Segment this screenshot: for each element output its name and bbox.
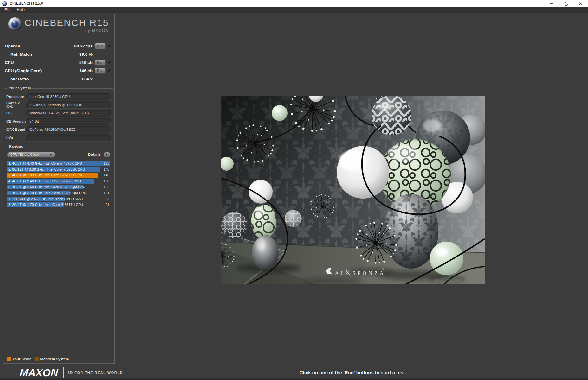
system-row: Info	[6, 134, 111, 142]
legend-item: Identical System	[35, 357, 69, 361]
footer-divider	[63, 367, 64, 379]
your-system-title: Your System	[7, 86, 32, 90]
run-button[interactable]: Run	[95, 68, 106, 74]
menu-item-help[interactable]: Help	[14, 8, 28, 12]
ranking-row-label: 4. 4C/8T @ 3.40 GHz, Intel Core i7-3770 …	[8, 179, 81, 184]
ranking-row-score: 122	[104, 185, 109, 189]
status-message: Click on one of the 'Run' buttons to sta…	[221, 370, 485, 375]
system-row: GFX BoardGeForce MX150/PCIe/SSE2	[6, 125, 111, 134]
legend-separator	[7, 354, 110, 354]
chevron-down-icon	[49, 154, 52, 155]
ranking-row-label: 3. 4C/8T @ 1.80 GHz, Intel Core i5-8250U…	[8, 173, 82, 178]
ranking-row-score: 165	[104, 161, 109, 166]
result-row: Ref. Match99.6 %Run✔	[5, 50, 113, 58]
footer-tagline: 3D FOR THE REAL WORLD	[68, 371, 123, 375]
ranking-title: Ranking	[7, 144, 25, 148]
minimize-icon	[550, 3, 553, 4]
ranking-row-score: 148	[104, 167, 109, 172]
ranking-row-score: 138	[104, 179, 109, 184]
render-scene: AIXSPONZA ©	[221, 96, 485, 284]
system-field-value[interactable]: 64 Bit	[26, 118, 111, 125]
result-label: OpenGL	[5, 44, 60, 48]
system-row: Cores x GHz4 Cores, 8 Threads @ 1.80 GHz	[6, 101, 111, 109]
system-fields: ProcessorIntel Core i5-8250U CPUCores x …	[6, 92, 111, 142]
panel-splitter-grip[interactable]	[115, 187, 118, 215]
legend-swatch	[35, 357, 39, 361]
ranking-list: 1. 4C/8T @ 4.40 GHz, Intel Core i7-4770K…	[7, 161, 110, 208]
ranking-group: Ranking CPU (Single Core) Details 1. 4C/…	[4, 147, 113, 364]
run-button[interactable]: Run	[95, 60, 106, 66]
svg-text:©: ©	[382, 268, 384, 271]
result-value: 516 cb	[60, 60, 93, 65]
details-label: Details	[88, 152, 101, 157]
ranking-row[interactable]: 2. 6C/12T @ 3.30 GHz, Intel Core i7-3930…	[7, 167, 110, 172]
menu-bar: FileHelp	[0, 7, 588, 13]
result-label: MP Ratio	[5, 77, 60, 81]
system-field-label: Processor	[6, 95, 26, 98]
ranking-row[interactable]: 3. 4C/8T @ 1.80 GHz, Intel Core i5-8250U…	[7, 173, 110, 178]
ranking-filter-value: CPU (Single Core)	[10, 153, 39, 156]
system-field-label: Info	[6, 136, 26, 140]
cinebench-ball-icon	[8, 17, 22, 31]
close-icon: ✕	[579, 1, 583, 6]
system-field-value[interactable]: Windows 8, 64 Bit, Core (build 9200)	[26, 110, 111, 117]
system-field-label: OS	[6, 111, 26, 115]
ranking-row[interactable]: 1. 4C/8T @ 4.40 GHz, Intel Core i7-4770K…	[7, 161, 110, 166]
results-list: OpenGL80.97 fpsRun✔Ref. Match99.6 %Run✔C…	[5, 42, 113, 83]
result-row: MP Ratio3.54 xRun✔	[5, 75, 113, 83]
system-field-value[interactable]: GeForce MX150/PCIe/SSE2	[26, 126, 111, 133]
close-button[interactable]: ✕	[573, 0, 588, 7]
details-button[interactable]	[104, 152, 110, 157]
ranking-row[interactable]: 7. 12C/24T @ 2.66 GHz, Intel Xeon CPU X5…	[7, 197, 110, 201]
window-controls: ✕	[544, 0, 588, 7]
bottom-strip	[0, 378, 588, 380]
result-label: CPU	[5, 60, 60, 65]
legend-label: Identical System	[40, 357, 69, 361]
result-label: CPU (Single Core)	[5, 68, 60, 73]
system-field-label: Cores x GHz	[6, 101, 26, 109]
restore-button[interactable]	[559, 0, 573, 7]
arrow-right-icon	[106, 153, 108, 156]
system-field-label: GFX Board	[6, 128, 26, 131]
result-value: 146 cb	[60, 68, 93, 73]
menu-item-file[interactable]: File	[1, 8, 14, 12]
your-system-group: Your System ProcessorIntel Core i5-8250U…	[4, 88, 113, 143]
maxon-logo: MAXON	[19, 367, 59, 379]
separator	[5, 39, 112, 39]
ranking-row-score: 91	[106, 202, 109, 207]
system-row: CB Version64 Bit	[6, 117, 111, 125]
logo-title: CINEBENCH R15	[24, 17, 109, 28]
title-bar: CINEBENCH R15.0 ✕	[0, 0, 588, 7]
ranking-row-label: 5. 4C/8T @ 2.60 GHz, Intel Core i7-3720Q…	[8, 185, 85, 189]
ranking-row-score: 101	[104, 191, 109, 195]
ranking-row-label: 2. 6C/12T @ 3.30 GHz, Intel Core i7-3930…	[8, 167, 85, 172]
ranking-row[interactable]: 4. 4C/8T @ 3.40 GHz, Intel Core i7-3770 …	[7, 179, 110, 184]
ranking-row-label: 7. 12C/24T @ 2.66 GHz, Intel Xeon CPU X5…	[8, 197, 83, 201]
ranking-row[interactable]: 8. 2C/4T @ 1.70 GHz, Intel Core i5-3317U…	[7, 202, 110, 207]
logo-subtitle: by MAXON	[24, 28, 109, 33]
result-value: 99.6 %	[60, 52, 93, 57]
legend-label: Your Score	[12, 357, 32, 361]
benchmark-panel: CINEBENCH R15 by MAXON OpenGL80.97 fpsRu…	[3, 14, 115, 364]
result-label: Ref. Match	[5, 52, 60, 57]
check-icon: ✔	[108, 60, 113, 65]
system-field-value[interactable]	[26, 134, 111, 141]
result-row: CPU516 cbRun✔	[5, 58, 113, 66]
legend-swatch	[7, 357, 11, 361]
window-title: CINEBENCH R15.0	[10, 1, 43, 6]
run-button[interactable]: Run	[95, 43, 106, 49]
ranking-row-label: 8. 2C/4T @ 1.70 GHz, Intel Core i5-3317U…	[8, 202, 83, 207]
logo: CINEBENCH R15 by MAXON	[3, 17, 114, 33]
minimize-button[interactable]	[544, 0, 559, 7]
ranking-row[interactable]: 5. 4C/8T @ 2.60 GHz, Intel Core i7-3720Q…	[7, 185, 110, 189]
legend: Your ScoreIdentical System	[7, 357, 72, 361]
ranking-filter-dropdown[interactable]: CPU (Single Core)	[7, 152, 55, 158]
ranking-row-score: 146	[104, 173, 109, 178]
maxon-footer: MAXON 3D FOR THE REAL WORLD	[20, 367, 123, 379]
system-field-value[interactable]: Intel Core i5-8250U CPU	[26, 93, 111, 100]
ranking-row[interactable]: 6. 4C/8T @ 2.79 GHz, Intel Core i7-3840Q…	[7, 191, 110, 195]
ranking-row-label: 1. 4C/8T @ 4.40 GHz, Intel Core i7-4770K…	[8, 161, 82, 166]
result-value: 80.97 fps	[60, 44, 93, 48]
system-row: ProcessorIntel Core i5-8250U CPU	[6, 92, 111, 101]
system-field-value[interactable]: 4 Cores, 8 Threads @ 1.80 GHz	[26, 101, 111, 108]
